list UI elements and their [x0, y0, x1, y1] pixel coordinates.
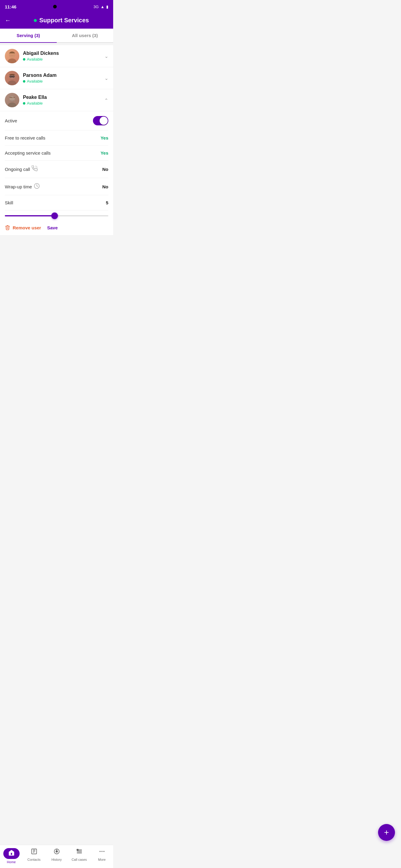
online-indicator [34, 19, 37, 22]
remove-user-button[interactable]: Remove user [5, 225, 41, 230]
field-value-skill: 5 [106, 200, 108, 205]
back-button[interactable]: ← [5, 17, 11, 24]
field-label-wrap-up: Wrap-up time [5, 183, 40, 190]
field-value-service-calls: Yes [101, 150, 108, 156]
user-name-peake: Peake Ella [23, 95, 105, 100]
field-row-wrap-up: Wrap-up time No [5, 178, 108, 195]
field-label-ongoing-call: Ongoing call [5, 165, 38, 173]
remove-user-label: Remove user [13, 225, 41, 230]
status-text-parsons: Available [27, 79, 43, 84]
user-status-parsons: Available [23, 79, 105, 84]
user-status-abigail: Available [23, 57, 105, 61]
status-text-peake: Available [27, 101, 43, 105]
user-name-abigail: Abigail Dickens [23, 51, 105, 56]
field-row-active: Active [5, 111, 108, 130]
chevron-peake: ⌄ [105, 97, 108, 103]
field-label-active: Active [5, 118, 17, 123]
field-label-service-calls: Accepting service calls [5, 150, 51, 156]
battery-icon: ▮ [106, 4, 108, 9]
field-value-wrap-up: No [102, 184, 108, 189]
toggle-active[interactable] [93, 116, 108, 125]
user-info-parsons: Parsons Adam Available [23, 73, 105, 84]
user-list: Abigail Dickens Available ⌄ [0, 45, 113, 235]
user-info-abigail: Abigail Dickens Available [23, 51, 105, 61]
chevron-parsons: ⌄ [105, 75, 108, 81]
tab-serving[interactable]: Serving (3) [0, 29, 57, 43]
status-dot-peake [23, 102, 25, 104]
field-value-free-calls: Yes [101, 135, 108, 141]
user-item-peake[interactable]: Peake Ella Available ⌄ [0, 89, 113, 111]
field-row-skill: Skill 5 [5, 195, 108, 210]
slider-fill [5, 215, 55, 216]
field-row-ongoing-call: Ongoing call No [5, 161, 108, 178]
field-label-skill: Skill [5, 200, 13, 205]
app-header: ← Support Services [0, 13, 113, 29]
tab-bar: Serving (3) All users (3) [0, 29, 113, 43]
user-info-peake: Peake Ella Available [23, 95, 105, 105]
page-title: Support Services [39, 17, 89, 24]
slider-thumb[interactable] [51, 213, 58, 219]
avatar-abigail [5, 49, 19, 63]
camera-dot [53, 5, 57, 8]
svg-point-1 [8, 59, 16, 63]
header-title-area: Support Services [15, 17, 108, 24]
signal-icon: ▲ [101, 4, 105, 9]
user-status-peake: Available [23, 101, 105, 105]
wrap-up-icon [34, 183, 40, 190]
field-row-free-calls: Free to receive calls Yes [5, 130, 108, 146]
status-text-abigail: Available [27, 57, 43, 61]
user-item-parsons[interactable]: Parsons Adam Available ⌄ [0, 67, 113, 89]
chevron-abigail: ⌄ [105, 53, 108, 59]
user-name-parsons: Parsons Adam [23, 73, 105, 78]
action-row: Remove user Save [5, 219, 108, 235]
svg-point-9 [8, 102, 16, 107]
field-label-free-calls: Free to receive calls [5, 135, 45, 141]
ongoing-call-icon [32, 165, 38, 173]
tab-all-users[interactable]: All users (3) [57, 29, 113, 42]
status-time: 11:46 [5, 4, 16, 9]
status-bar: 11:46 3G ▲ ▮ [0, 0, 113, 13]
save-button[interactable]: Save [47, 225, 58, 230]
svg-point-7 [12, 75, 15, 78]
expanded-panel-peake: Active Free to receive calls Yes Accepti… [0, 111, 113, 235]
avatar-peake [5, 93, 19, 107]
status-icons: 3G ▲ ▮ [93, 4, 108, 9]
field-value-ongoing-call: No [102, 167, 108, 172]
svg-point-4 [8, 81, 16, 85]
skill-slider-container [5, 210, 108, 219]
status-dot-abigail [23, 58, 25, 61]
user-item-abigail[interactable]: Abigail Dickens Available ⌄ [0, 45, 113, 67]
network-icon: 3G [93, 4, 99, 9]
avatar-parsons [5, 71, 19, 85]
save-label: Save [47, 225, 58, 230]
svg-point-10 [9, 96, 15, 101]
status-dot-parsons [23, 80, 25, 83]
field-row-service-calls: Accepting service calls Yes [5, 146, 108, 161]
slider-track[interactable] [5, 215, 108, 216]
